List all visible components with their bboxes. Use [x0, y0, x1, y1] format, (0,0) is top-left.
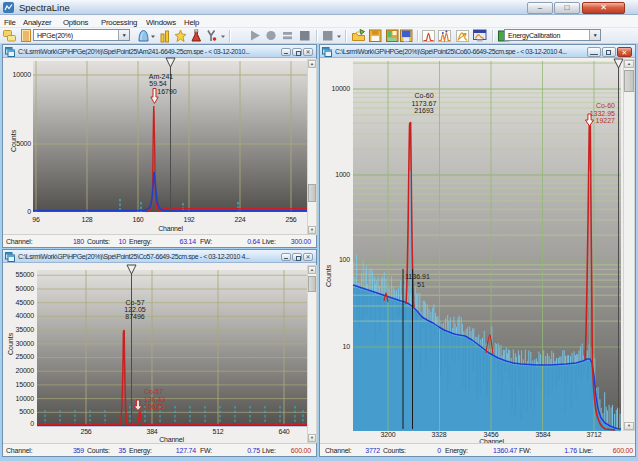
svg-text:87496: 87496: [125, 313, 145, 320]
svg-text:51: 51: [417, 281, 425, 288]
svg-text:Co-60: Co-60: [596, 102, 615, 109]
svg-text:16790: 16790: [157, 88, 177, 95]
svg-text:Am-241: Am-241: [149, 73, 174, 80]
svg-text:Co-60: Co-60: [414, 92, 433, 99]
svg-text:21693: 21693: [414, 107, 434, 114]
svg-text:1173.67: 1173.67: [412, 100, 437, 107]
svg-text:122.05: 122.05: [124, 306, 146, 313]
svg-text:1332.95: 1332.95: [590, 110, 615, 117]
svg-text:19227: 19227: [596, 117, 616, 124]
svg-text:59.54: 59.54: [149, 80, 167, 87]
svg-text:10625: 10625: [144, 403, 164, 410]
svg-text:136.43: 136.43: [144, 396, 166, 403]
svg-text:Co-57: Co-57: [144, 388, 163, 395]
svg-text:Co-57: Co-57: [125, 299, 144, 306]
svg-text:1136.91: 1136.91: [405, 273, 430, 280]
